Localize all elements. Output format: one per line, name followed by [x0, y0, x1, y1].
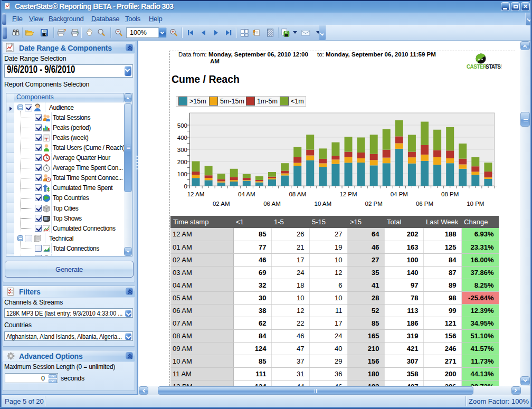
svg-text:12 AM: 12 AM	[187, 191, 205, 197]
svg-text:?: ?	[63, 28, 66, 33]
svg-text:08 AM: 08 AM	[289, 191, 306, 197]
svg-text:02 PM: 02 PM	[365, 201, 383, 207]
svg-text:300: 300	[177, 147, 187, 153]
svg-text:STATS!: STATS!	[486, 64, 501, 70]
svg-text:10 AM: 10 AM	[314, 201, 331, 207]
svg-text:CASTER: CASTER	[467, 64, 487, 70]
svg-text:06 PM: 06 PM	[416, 201, 433, 207]
svg-text:04 PM: 04 PM	[391, 191, 408, 197]
svg-text:06 AM: 06 AM	[263, 201, 281, 207]
svg-text:08 PM: 08 PM	[441, 191, 459, 197]
svg-text:200: 200	[177, 159, 187, 165]
svg-text:100: 100	[177, 171, 187, 177]
svg-text:04 AM: 04 AM	[238, 191, 255, 197]
svg-text:12 PM: 12 PM	[339, 191, 357, 197]
svg-text:400: 400	[177, 135, 187, 141]
svg-text:10 PM: 10 PM	[467, 201, 484, 207]
svg-text:500: 500	[177, 122, 187, 129]
svg-text:7: 7	[45, 137, 48, 141]
svg-text:02 AM: 02 AM	[213, 201, 230, 207]
